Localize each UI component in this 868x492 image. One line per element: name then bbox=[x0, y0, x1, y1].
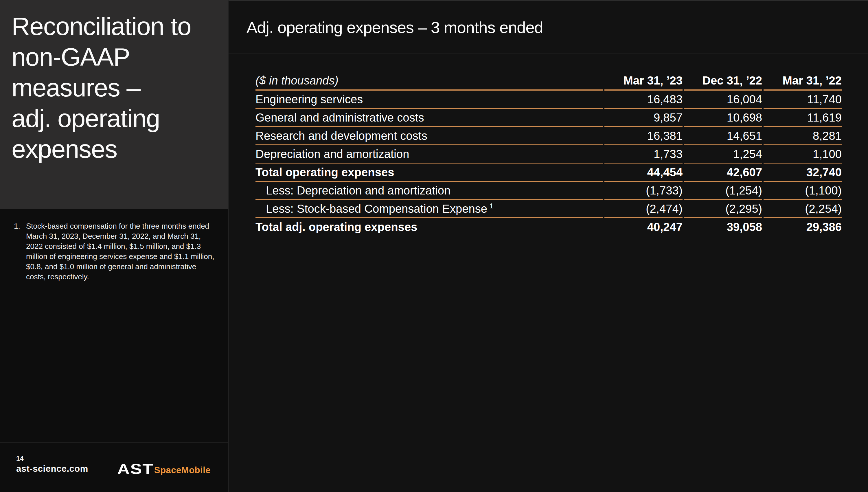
value-cell: 1,254 bbox=[684, 145, 762, 164]
website-text: ast-science.com bbox=[16, 464, 88, 474]
footnote-ref: 1 bbox=[489, 202, 493, 210]
table-header-row: ($ in thousands)Mar 31, ’23Dec 31, ’22Ma… bbox=[255, 70, 842, 91]
table-row: Less: Depreciation and amortization(1,73… bbox=[255, 182, 842, 200]
content-panel: Adj. operating expenses – 3 months ended… bbox=[229, 0, 868, 492]
value-cell: 1,100 bbox=[764, 145, 842, 164]
sidebar: Reconciliation to non-GAAP measures – ad… bbox=[0, 0, 228, 492]
value-cell: 29,386 bbox=[764, 218, 842, 236]
logo-spacemobile-text: SpaceMobile bbox=[154, 465, 211, 475]
footnote-number: 1. bbox=[14, 221, 26, 282]
table-row: General and administrative costs9,85710,… bbox=[255, 109, 842, 127]
value-cell: 11,740 bbox=[764, 91, 842, 109]
value-cell: 32,740 bbox=[764, 164, 842, 182]
value-cell: 16,004 bbox=[684, 91, 762, 109]
expenses-table: ($ in thousands)Mar 31, ’23Dec 31, ’22Ma… bbox=[254, 70, 843, 236]
value-cell: 16,381 bbox=[605, 127, 683, 145]
value-cell: (1,254) bbox=[684, 182, 762, 200]
value-cell: 1,733 bbox=[605, 145, 683, 164]
table-body: Engineering services16,48316,00411,740Ge… bbox=[255, 91, 842, 236]
content-title: Adj. operating expenses – 3 months ended bbox=[247, 18, 543, 37]
value-cell: 10,698 bbox=[684, 109, 762, 127]
table-row: Total adj. operating expenses40,24739,05… bbox=[255, 218, 842, 236]
row-label: Less: Stock-based Compensation Expense1 bbox=[255, 200, 603, 218]
column-header: Dec 31, ’22 bbox=[684, 70, 762, 91]
table-row: Less: Stock-based Compensation Expense1(… bbox=[255, 200, 842, 218]
table-row: Depreciation and amortization1,7331,2541… bbox=[255, 145, 842, 164]
row-label: General and administrative costs bbox=[255, 109, 603, 127]
value-cell: (1,100) bbox=[764, 182, 842, 200]
value-cell: 39,058 bbox=[684, 218, 762, 236]
value-cell: 40,247 bbox=[605, 218, 683, 236]
row-label: Total adj. operating expenses bbox=[255, 218, 603, 236]
value-cell: 9,857 bbox=[605, 109, 683, 127]
value-cell: 42,607 bbox=[684, 164, 762, 182]
table-row: Research and development costs16,38114,6… bbox=[255, 127, 842, 145]
slide-title-panel: Reconciliation to non-GAAP measures – ad… bbox=[0, 0, 228, 209]
value-cell: 14,651 bbox=[684, 127, 762, 145]
footnote: 1. Stock-based compensation for the thre… bbox=[14, 221, 216, 282]
value-cell: (1,733) bbox=[605, 182, 683, 200]
column-header: Mar 31, ’23 bbox=[605, 70, 683, 91]
row-label: Less: Depreciation and amortization bbox=[255, 182, 603, 200]
value-cell: (2,254) bbox=[764, 200, 842, 218]
unit-label: ($ in thousands) bbox=[255, 70, 603, 91]
row-label: Total operating expenses bbox=[255, 164, 603, 182]
value-cell: (2,295) bbox=[684, 200, 762, 218]
value-cell: 11,619 bbox=[764, 109, 842, 127]
row-label: Engineering services bbox=[255, 91, 603, 109]
value-cell: (2,474) bbox=[605, 200, 683, 218]
value-cell: 44,454 bbox=[605, 164, 683, 182]
table-row: Engineering services16,48316,00411,740 bbox=[255, 91, 842, 109]
value-cell: 8,281 bbox=[764, 127, 842, 145]
table-row: Total operating expenses44,45442,60732,7… bbox=[255, 164, 842, 182]
table-header: ($ in thousands)Mar 31, ’23Dec 31, ’22Ma… bbox=[255, 70, 842, 91]
row-label: Research and development costs bbox=[255, 127, 603, 145]
content-header: Adj. operating expenses – 3 months ended bbox=[229, 1, 868, 54]
row-label: Depreciation and amortization bbox=[255, 145, 603, 164]
value-cell: 16,483 bbox=[605, 91, 683, 109]
column-header: Mar 31, ’22 bbox=[764, 70, 842, 91]
footer-divider bbox=[0, 442, 228, 443]
footnote-text: Stock-based compensation for the three m… bbox=[26, 221, 217, 282]
page-number: 14 bbox=[16, 455, 24, 463]
company-logo: AST SpaceMobile bbox=[117, 457, 211, 477]
slide-title: Reconciliation to non-GAAP measures – ad… bbox=[0, 0, 228, 164]
logo-ast-text: AST bbox=[117, 461, 154, 477]
table-container: ($ in thousands)Mar 31, ’23Dec 31, ’22Ma… bbox=[254, 70, 843, 236]
